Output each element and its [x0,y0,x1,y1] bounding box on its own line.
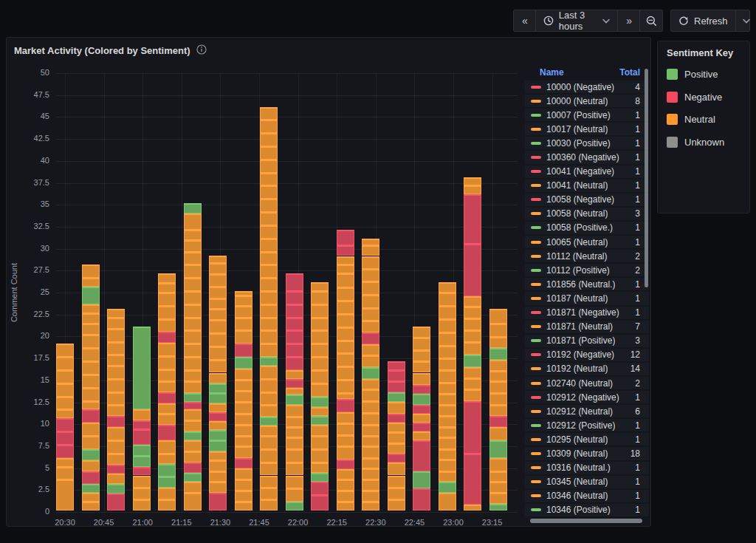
legend-row[interactable]: 10112 (Positive)2 [525,264,649,276]
bar-segment-negative[interactable] [413,423,430,431]
bar-segment-neutral[interactable] [439,493,456,510]
bar-segment-neutral[interactable] [489,493,507,503]
bar-segment-neutral[interactable] [82,348,100,361]
bar-segment-negative[interactable] [235,344,252,357]
bar-segment-neutral[interactable] [337,327,354,341]
bar-segment-neutral[interactable] [311,425,329,436]
bar-segment-neutral[interactable] [184,214,202,229]
bar-segment-negative[interactable] [209,412,227,421]
bar-segment-negative[interactable] [337,460,354,469]
bar-segment-neutral[interactable] [286,437,303,448]
bar-segment-neutral[interactable] [260,160,278,173]
bar-segment-neutral[interactable] [439,358,456,369]
bar-segment-positive[interactable] [107,484,125,494]
legend-row[interactable]: 102740 (Neutral)2 [525,377,649,389]
bar-segment-neutral[interactable] [362,269,379,281]
bar-segment-negative[interactable] [286,318,303,331]
bar-segment-neutral[interactable] [82,436,100,449]
bar-segment-neutral[interactable] [388,423,405,432]
bar-segment-neutral[interactable] [439,405,456,415]
bar-segment-neutral[interactable] [184,330,202,344]
bar-segment-positive[interactable] [489,440,507,458]
legend-row[interactable]: 10309 (Neutral)18 [525,447,649,460]
bar-segment-neutral[interactable] [489,360,507,371]
bar-segment-neutral[interactable] [260,476,278,488]
bar-segment-positive[interactable] [235,357,252,368]
bar-segment-neutral[interactable] [235,391,252,401]
bar-segment-positive[interactable] [311,473,329,482]
bar-segment-neutral[interactable] [209,360,227,373]
legend-row[interactable]: 100360 (Negative)1 [525,151,649,163]
bar-segment-neutral[interactable] [184,240,202,251]
bar-segment-neutral[interactable] [362,436,379,446]
bar-segment-neutral[interactable] [184,357,202,370]
bar-segment-neutral[interactable] [337,380,354,393]
bar-segment-neutral[interactable] [413,350,430,361]
bar-segment-neutral[interactable] [337,435,354,446]
bar-segment-neutral[interactable] [260,379,278,392]
legend-row[interactable]: 10192 (Negative)12 [525,349,649,361]
bar-segment-neutral[interactable] [311,449,329,462]
bar-segment-neutral[interactable] [439,416,456,427]
bar-segment-neutral[interactable] [235,446,252,457]
bar-segment-neutral[interactable] [489,471,507,482]
bar-segment-neutral[interactable] [439,370,456,383]
bar-segment-neutral[interactable] [362,239,379,246]
bar-segment-positive[interactable] [311,416,329,425]
bar-segment-neutral[interactable] [337,412,354,423]
bar-segment-negative[interactable] [82,471,100,485]
bar-segment-neutral[interactable] [311,357,329,370]
bar-segment-neutral[interactable] [107,440,125,454]
bar-segment-neutral[interactable] [260,330,278,344]
bar-segment-neutral[interactable] [439,293,456,306]
bar-segment-neutral[interactable] [489,371,507,381]
bar-segment-neutral[interactable] [107,366,125,379]
bar-segment-neutral[interactable] [362,245,379,256]
bar-segment-neutral[interactable] [464,185,481,194]
bar-segment-neutral[interactable] [235,479,252,490]
bar-segment-neutral[interactable] [439,427,456,437]
bar-segment-neutral[interactable] [362,355,379,368]
bar-segment-negative[interactable] [413,405,430,414]
bar-segment-negative[interactable] [56,431,74,445]
bar-segment-neutral[interactable] [56,344,74,357]
bar-segment-neutral[interactable] [362,379,379,389]
bar-segment-neutral[interactable] [311,462,329,473]
bar-segment-neutral[interactable] [260,499,278,510]
bar-segment-negative[interactable] [107,494,125,510]
bar-segment-negative[interactable] [56,418,74,431]
legend-vertical-scrollbar[interactable] [645,69,648,287]
bar-segment-negative[interactable] [286,291,303,304]
bar-segment-neutral[interactable] [260,488,278,499]
bar-segment-neutral[interactable] [362,256,379,270]
bar-segment-neutral[interactable] [260,239,278,252]
bar-segment-neutral[interactable] [489,337,507,348]
bar-segment-neutral[interactable] [184,370,202,381]
bar-segment-negative[interactable] [286,379,303,388]
bar-segment-neutral[interactable] [235,436,252,446]
bar-segment-neutral[interactable] [439,394,456,405]
bar-segment-neutral[interactable] [362,321,379,332]
bar-segment-neutral[interactable] [107,309,125,318]
legend-row[interactable]: 10058 (Positive.)1 [525,222,649,234]
bar-segment-negative[interactable] [362,332,379,345]
bar-segment-neutral[interactable] [184,381,202,392]
bar-segment-neutral[interactable] [337,479,354,490]
bar-segment-neutral[interactable] [260,225,278,239]
bar-segment-neutral[interactable] [209,421,227,430]
bar-segment-neutral[interactable] [489,309,507,324]
bar-segment-positive[interactable] [133,445,151,456]
bar-segment-neutral[interactable] [286,417,303,427]
bar-segment-neutral[interactable] [82,264,100,278]
legend-row[interactable]: 10000 (Neutral)8 [525,95,649,107]
bar-segment-neutral[interactable] [337,341,354,354]
bar-segment-neutral[interactable] [260,278,278,291]
bar-segment-neutral[interactable] [260,252,278,265]
bar-segment-positive[interactable] [184,203,202,214]
bar-segment-neutral[interactable] [260,392,278,406]
bar-segment-negative[interactable] [413,488,430,510]
bar-segment-neutral[interactable] [158,319,176,332]
bar-segment-positive[interactable] [439,482,456,493]
bar-segment-neutral[interactable] [337,314,354,327]
bar-segment-neutral[interactable] [489,482,507,493]
